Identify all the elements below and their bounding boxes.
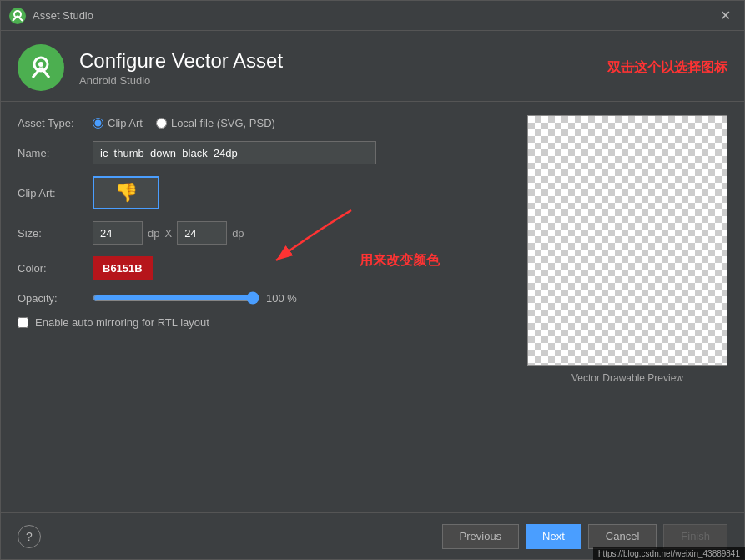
previous-button[interactable]: Previous xyxy=(442,524,520,549)
size-label: Size: xyxy=(18,227,84,240)
clip-art-option[interactable]: Clip Art xyxy=(93,117,143,129)
header-title: Configure Vector Asset xyxy=(79,49,607,73)
titlebar-title: Asset Studio xyxy=(33,9,93,22)
clip-art-label: Clip Art xyxy=(108,117,143,129)
next-button[interactable]: Next xyxy=(526,524,581,549)
color-row: Color: B6151B xyxy=(18,256,494,280)
opacity-controls: 100 % xyxy=(93,291,297,305)
size-height-input[interactable] xyxy=(177,221,227,245)
app-icon xyxy=(9,8,26,24)
size-dp-1: dp xyxy=(148,227,159,240)
preview-panel: Vector Drawable Preview xyxy=(511,102,744,512)
content: Asset Type: Clip Art Local file (SVG, PS… xyxy=(1,102,744,512)
clip-art-button[interactable]: 👎 xyxy=(93,176,159,209)
annotation-click-icon: 双击这个以选择图标 xyxy=(607,59,727,77)
name-input[interactable] xyxy=(93,141,376,164)
clip-art-row: Clip Art: 👎 xyxy=(18,176,494,209)
cancel-button[interactable]: Cancel xyxy=(588,524,657,549)
finish-button[interactable]: Finish xyxy=(663,524,727,549)
header-text: Configure Vector Asset Android Studio xyxy=(79,49,607,87)
clip-art-radio[interactable] xyxy=(93,118,103,129)
size-row: Size: dp X dp xyxy=(18,221,494,245)
rtl-label: Enable auto mirroring for RTL layout xyxy=(35,316,209,329)
local-file-option[interactable]: Local file (SVG, PSD) xyxy=(156,117,275,129)
rtl-checkbox[interactable] xyxy=(18,317,28,328)
header: Configure Vector Asset Android Studio 双击… xyxy=(1,31,744,102)
url-bar: https://blog.csdn.net/weixin_43889841 xyxy=(593,547,745,560)
preview-canvas xyxy=(527,115,727,366)
asset-type-options: Clip Art Local file (SVG, PSD) xyxy=(93,117,275,129)
titlebar: Asset Studio ✕ xyxy=(1,1,744,31)
size-x-separator: X xyxy=(164,227,172,240)
name-row: Name: xyxy=(18,141,494,164)
preview-label: Vector Drawable Preview xyxy=(571,372,683,384)
name-label: Name: xyxy=(18,147,84,159)
close-button[interactable]: ✕ xyxy=(715,6,736,25)
color-swatch-button[interactable]: B6151B xyxy=(93,256,153,280)
header-subtitle: Android Studio xyxy=(79,74,607,87)
rtl-row: Enable auto mirroring for RTL layout xyxy=(18,316,494,329)
svg-point-6 xyxy=(38,62,43,67)
local-file-radio[interactable] xyxy=(156,118,167,129)
clip-art-label: Clip Art: xyxy=(18,187,84,199)
help-button[interactable]: ? xyxy=(18,525,41,548)
asset-type-row: Asset Type: Clip Art Local file (SVG, PS… xyxy=(18,117,494,129)
content-wrapper: Asset Type: Clip Art Local file (SVG, PS… xyxy=(1,102,744,512)
local-file-label: Local file (SVG, PSD) xyxy=(171,117,275,129)
opacity-value: 100 % xyxy=(266,292,297,305)
color-label: Color: xyxy=(18,262,84,275)
main-window: Asset Studio ✕ Configure Vector Asset An… xyxy=(0,0,745,560)
size-width-input[interactable] xyxy=(93,221,143,245)
size-dp-2: dp xyxy=(232,227,244,240)
opacity-row: Opacity: 100 % xyxy=(18,291,494,305)
thumbs-down-icon: 👎 xyxy=(115,182,138,204)
opacity-slider[interactable] xyxy=(93,291,259,305)
asset-type-label: Asset Type: xyxy=(18,117,84,129)
footer-left: ? xyxy=(18,525,41,548)
form-panel: Asset Type: Clip Art Local file (SVG, PS… xyxy=(1,102,511,512)
size-inputs: dp X dp xyxy=(93,221,244,245)
android-studio-logo xyxy=(18,44,64,91)
opacity-label: Opacity: xyxy=(18,292,84,305)
